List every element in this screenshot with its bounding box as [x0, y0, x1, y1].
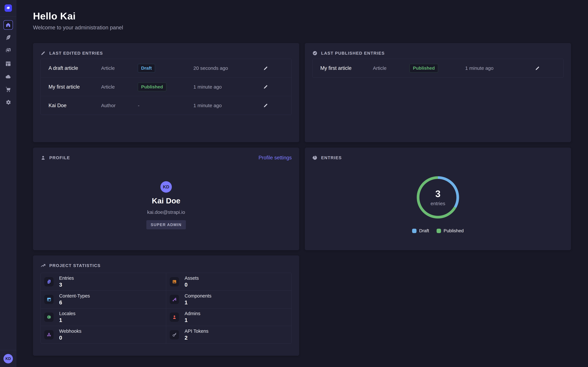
table-row[interactable]: My first article Article Published 1 min…	[312, 59, 563, 77]
last-published-entries-panel: LAST PUBLISHED ENTRIES My first article …	[305, 43, 571, 142]
stats-grid: Entries 3 Assets 0 Content-Types	[41, 273, 292, 344]
home-icon	[6, 22, 11, 28]
table-row[interactable]: My first article Article Published 1 min…	[41, 77, 292, 96]
entry-name: A draft article	[49, 65, 101, 71]
entries-panel: ENTRIES 3 entries Draft Published	[305, 148, 571, 250]
last-published-table: My first article Article Published 1 min…	[312, 59, 563, 78]
strapi-logo-glyph	[6, 6, 11, 10]
sidebar-item-content-manager[interactable]	[5, 34, 11, 41]
cloud-icon	[5, 74, 11, 80]
feather-icon	[5, 34, 11, 41]
stat-label: Entries	[59, 275, 74, 281]
stat-value: 0	[59, 335, 81, 341]
stat-locales: Locales 1	[41, 308, 166, 326]
edit-entry-button[interactable]	[263, 66, 268, 71]
pencil-icon	[535, 66, 540, 71]
user-icon	[41, 155, 46, 160]
stat-entries: Entries 3	[41, 273, 166, 291]
table-row[interactable]: Kai Doe Author - 1 minute ago	[41, 96, 292, 115]
sidebar-divider	[0, 17, 16, 17]
status-badge: Draft	[138, 64, 155, 72]
last-edited-table: A draft article Article Draft 20 seconds…	[41, 59, 292, 115]
entry-time: 1 minute ago	[193, 84, 272, 90]
image-icon	[170, 277, 179, 286]
stat-label: Content-Types	[59, 293, 90, 299]
pictures-icon	[5, 48, 11, 54]
sidebar-item-media-library[interactable]	[5, 48, 11, 54]
chart-legend: Draft Published	[312, 228, 563, 234]
stat-components: Components 1	[166, 291, 292, 308]
sidebar-item-settings[interactable]	[5, 99, 11, 105]
table-row[interactable]: A draft article Article Draft 20 seconds…	[41, 59, 292, 77]
panel-title: LAST EDITED ENTRIES	[49, 51, 103, 56]
pencil-icon	[263, 103, 268, 108]
page-title: Hello Kai	[33, 10, 76, 22]
stat-value: 1	[185, 300, 211, 306]
pencil-icon	[263, 84, 268, 89]
page-subtitle: Welcome to your administration panel	[33, 25, 123, 31]
stat-api-tokens: API Tokens 2	[166, 326, 292, 343]
pencil-icon	[41, 50, 46, 56]
stat-label: Locales	[59, 311, 76, 316]
entry-name: My first article	[320, 65, 373, 71]
panel-title: ENTRIES	[321, 155, 342, 160]
trending-up-icon	[41, 263, 46, 268]
stat-assets: Assets 0	[166, 273, 292, 291]
stat-value: 2	[185, 335, 208, 341]
check-circle-icon	[312, 50, 318, 56]
stat-webhooks: Webhooks 0	[41, 326, 166, 343]
stat-admins: Admins 1	[166, 308, 292, 326]
user-avatar[interactable]: KD	[3, 354, 13, 363]
strapi-logo[interactable]	[5, 4, 12, 12]
layout-icon	[5, 61, 11, 67]
role-badge: SUPER ADMIN	[146, 220, 186, 229]
entry-type: Article	[101, 65, 138, 71]
entry-time: 20 seconds ago	[193, 65, 272, 71]
profile-avatar: KD	[160, 181, 172, 193]
project-statistics-panel: PROJECT STATISTICS Entries 3 Assets 0	[33, 255, 299, 356]
pie-chart-icon	[312, 155, 318, 160]
sidebar-item-content-type-builder[interactable]	[5, 61, 11, 67]
globe-icon	[44, 313, 53, 322]
sidebar-item-marketplace[interactable]	[5, 86, 11, 93]
molecule-icon	[170, 295, 179, 304]
sidebar-item-cloud[interactable]	[5, 74, 11, 80]
edit-entry-button[interactable]	[535, 66, 540, 71]
stat-label: Components	[185, 293, 211, 299]
stat-label: API Tokens	[185, 328, 208, 334]
stat-label: Assets	[185, 275, 199, 281]
stat-value: 3	[59, 282, 74, 288]
layout-icon	[44, 295, 53, 304]
stat-label: Admins	[185, 311, 200, 316]
sidebar-divider	[0, 350, 16, 350]
stat-value: 6	[59, 300, 90, 306]
profile-panel: PROFILE Profile settings KD Kai Doe kai.…	[33, 148, 299, 250]
pencil-icon	[263, 66, 268, 71]
panel-title: PROJECT STATISTICS	[49, 263, 101, 268]
legend-draft: Draft	[412, 228, 429, 234]
stat-content-types: Content-Types 6	[41, 291, 166, 308]
stat-value: 0	[185, 282, 199, 288]
entry-time: 1 minute ago	[193, 103, 272, 108]
donut-total: 3	[435, 188, 441, 199]
documents-icon	[44, 277, 53, 286]
status-empty: -	[138, 103, 193, 108]
edit-entry-button[interactable]	[263, 103, 268, 108]
entry-name: Kai Doe	[49, 103, 101, 108]
entry-type: Author	[101, 103, 138, 108]
status-badge: Published	[138, 83, 166, 91]
app-root: KD Hello Kai Welcome to your administrat…	[0, 0, 588, 367]
entry-name: My first article	[49, 84, 101, 90]
panel-title: PROFILE	[49, 155, 70, 160]
entry-type: Article	[373, 65, 410, 71]
sidebar-item-home[interactable]	[3, 20, 13, 30]
profile-settings-link[interactable]: Profile settings	[259, 155, 292, 161]
key-icon	[170, 330, 179, 339]
last-edited-entries-panel: LAST EDITED ENTRIES A draft article Arti…	[33, 43, 299, 142]
webhook-icon	[44, 330, 53, 339]
status-badge: Published	[410, 64, 438, 72]
edit-entry-button[interactable]	[263, 84, 268, 89]
entries-donut-chart: 3 entries	[414, 174, 462, 221]
stat-value: 1	[185, 317, 200, 323]
stat-label: Webhooks	[59, 328, 81, 334]
